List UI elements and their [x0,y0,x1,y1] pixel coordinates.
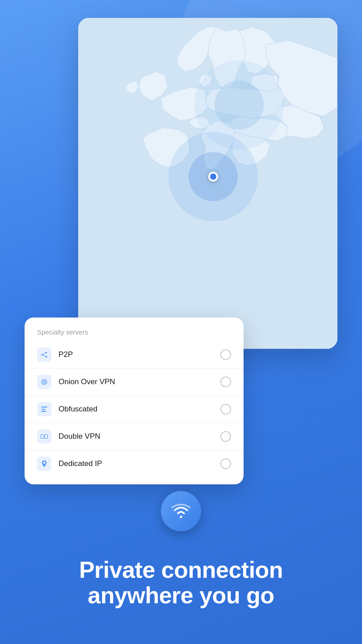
map-card [78,18,337,349]
server-item-obfuscated[interactable]: Obfuscated [25,396,244,423]
double-vpn-icon [37,429,51,444]
svg-line-7 [43,355,46,356]
obfuscated-icon [37,402,51,416]
svg-rect-12 [41,409,45,410]
europe-map [78,18,337,349]
headline-line2: anywhere you go [18,583,344,608]
svg-rect-14 [41,435,44,439]
svg-point-18 [180,516,182,518]
svg-point-17 [43,462,46,464]
double-vpn-radio[interactable] [220,431,231,442]
svg-point-5 [46,356,47,358]
server-item-onion[interactable]: Onion Over VPN [25,369,244,396]
headline-line1: Private connection [18,557,344,583]
obfuscated-label: Obfuscated [59,405,220,414]
double-vpn-label: Double VPN [59,432,220,441]
svg-point-10 [43,381,45,383]
wifi-icon [170,502,192,520]
servers-panel-title: Specialty servers [25,328,244,341]
server-item-double-vpn[interactable]: Double VPN [25,423,244,450]
servers-card: Specialty servers P2P Onion Over VPN [25,318,244,484]
bottom-text: Private connection anywhere you go [0,557,362,608]
p2p-icon [37,347,51,362]
p2p-radio[interactable] [220,349,231,360]
svg-rect-13 [41,411,46,412]
wifi-button[interactable] [161,491,201,531]
svg-point-3 [42,354,43,356]
svg-rect-15 [45,435,48,439]
p2p-label: P2P [59,350,220,359]
dedicated-ip-label: Dedicated IP [59,459,220,468]
svg-rect-11 [41,407,47,407]
dedicated-ip-radio[interactable] [220,458,231,469]
dedicated-ip-icon [37,457,51,471]
server-item-p2p[interactable]: P2P [25,341,244,369]
svg-point-2 [215,80,264,130]
onion-radio[interactable] [220,377,231,387]
server-item-dedicated-ip[interactable]: Dedicated IP [25,450,244,477]
map-container [78,18,337,349]
svg-point-4 [46,352,47,354]
onion-icon [37,375,51,389]
svg-line-6 [43,353,46,354]
onion-label: Onion Over VPN [59,377,220,386]
obfuscated-radio[interactable] [220,404,231,415]
